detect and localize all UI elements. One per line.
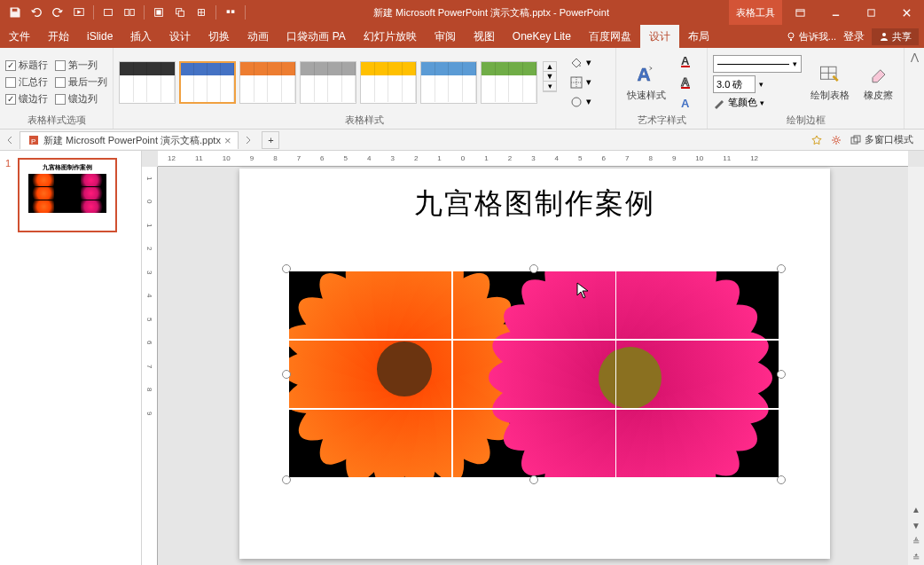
tab-table-design[interactable]: 设计 xyxy=(640,25,679,48)
resize-handle[interactable] xyxy=(529,475,538,484)
pen-icon xyxy=(713,97,725,109)
tab-home[interactable]: 开始 xyxy=(39,25,78,48)
ribbon-display-icon[interactable] xyxy=(782,0,818,25)
pen-color-dropdown[interactable]: 笔颜色▾ xyxy=(713,96,802,109)
pen-weight-input[interactable] xyxy=(713,75,756,93)
chk-first-col[interactable]: 第一列 xyxy=(55,59,98,72)
save-icon[interactable] xyxy=(5,3,25,22)
lightbulb-icon xyxy=(786,31,796,42)
tab-transitions[interactable]: 切换 xyxy=(200,25,239,48)
resize-handle[interactable] xyxy=(777,475,786,484)
gallery-more-icon[interactable]: ▾ xyxy=(544,82,556,91)
qat-btn-4[interactable] xyxy=(170,3,190,22)
svg-point-25 xyxy=(834,138,838,142)
text-effects-button[interactable]: A xyxy=(675,95,701,113)
gallery-up-icon[interactable]: ▲ xyxy=(544,62,556,72)
resize-handle[interactable] xyxy=(282,475,291,484)
table-style-thumb[interactable] xyxy=(300,61,356,104)
nav-left-icon[interactable] xyxy=(4,134,16,146)
close-icon[interactable] xyxy=(889,0,924,25)
tab-slideshow[interactable]: 幻灯片放映 xyxy=(355,25,426,48)
slide-number: 1 xyxy=(5,158,11,169)
tell-me[interactable]: 告诉我... xyxy=(786,30,836,43)
gear-icon[interactable] xyxy=(830,134,842,146)
table-style-thumb[interactable] xyxy=(420,61,477,104)
table-object[interactable] xyxy=(289,271,779,477)
star-icon[interactable] xyxy=(810,134,823,146)
table-style-thumb[interactable] xyxy=(239,61,296,104)
chk-banded-row[interactable]: 镶边行 xyxy=(5,92,48,106)
qat-btn-6[interactable] xyxy=(221,3,240,22)
shading-button[interactable]: ▾ xyxy=(566,54,595,72)
qat-btn-5[interactable] xyxy=(192,3,211,22)
play-icon[interactable] xyxy=(69,3,89,22)
qat-btn-3[interactable] xyxy=(149,3,168,22)
group-table-styles: ▲ ▼ ▾ ▾ ▾ ▾ 表格样式 xyxy=(114,48,616,129)
table-style-thumb[interactable] xyxy=(481,61,537,104)
tab-islide[interactable]: iSlide xyxy=(78,25,121,48)
scroll-up-icon[interactable]: ▲ xyxy=(908,501,924,517)
ppt-file-icon: P xyxy=(27,134,40,146)
new-tab-button[interactable]: + xyxy=(262,131,279,149)
effects-button[interactable]: ▾ xyxy=(566,93,595,111)
close-tab-icon[interactable]: × xyxy=(224,134,231,147)
qat-btn-1[interactable] xyxy=(98,3,118,22)
chk-total-row[interactable]: 汇总行 xyxy=(5,75,48,89)
next-slide-icon[interactable]: ≛ xyxy=(908,549,924,565)
undo-icon[interactable] xyxy=(27,3,46,22)
svg-rect-11 xyxy=(867,9,873,15)
tab-review[interactable]: 审阅 xyxy=(426,25,465,48)
scroll-down-icon[interactable]: ▼ xyxy=(908,517,924,533)
slide-canvas[interactable]: 1211109876543210123456789101112 10123456… xyxy=(142,151,924,565)
contextual-tab-label: 表格工具 xyxy=(729,0,782,25)
svg-text:A: A xyxy=(638,64,651,84)
resize-handle[interactable] xyxy=(282,264,291,273)
pen-style-dropdown[interactable]: ▾ xyxy=(713,55,802,73)
share-button[interactable]: 共享 xyxy=(872,28,919,45)
tab-table-layout[interactable]: 布局 xyxy=(679,25,718,48)
resize-handle[interactable] xyxy=(777,264,786,273)
quick-styles-button[interactable]: A 快速样式 xyxy=(622,60,671,104)
login-button[interactable]: 登录 xyxy=(843,29,865,44)
slide[interactable]: 九宫格图制作案例 xyxy=(239,169,830,559)
table-style-thumb[interactable] xyxy=(179,61,236,104)
gallery-down-icon[interactable]: ▼ xyxy=(544,72,556,82)
tab-animations[interactable]: 动画 xyxy=(239,25,278,48)
table-style-thumb[interactable] xyxy=(119,61,176,104)
resize-handle[interactable] xyxy=(777,370,786,379)
prev-slide-icon[interactable]: ≜ xyxy=(908,533,924,549)
tab-file[interactable]: 文件 xyxy=(0,25,39,48)
eraser-button[interactable]: 橡皮擦 xyxy=(858,60,898,104)
slide-title-text[interactable]: 九宫格图制作案例 xyxy=(239,169,830,224)
slide-thumbnail[interactable]: 九宫格图制作案例 xyxy=(18,158,117,232)
group-label: 表格样式选项 xyxy=(5,113,107,127)
tab-baidu[interactable]: 百度网盘 xyxy=(580,25,640,48)
tab-pocket[interactable]: 口袋动画 PA xyxy=(278,25,354,48)
tab-design[interactable]: 设计 xyxy=(161,25,200,48)
multi-window-button[interactable]: 多窗口模式 xyxy=(850,133,913,146)
qat-btn-2[interactable] xyxy=(120,3,139,22)
group-wordart: A 快速样式 A A A 艺术字样式 xyxy=(616,48,708,129)
text-fill-button[interactable]: A xyxy=(675,52,701,70)
text-outline-button[interactable]: A xyxy=(675,74,701,91)
pen-weight-dropdown[interactable]: ▾ xyxy=(713,75,802,93)
minimize-icon[interactable] xyxy=(818,0,853,25)
maximize-icon[interactable] xyxy=(853,0,889,25)
nav-right-icon[interactable] xyxy=(242,134,254,146)
collapse-ribbon-icon[interactable]: ⋀ xyxy=(911,51,919,63)
resize-handle[interactable] xyxy=(529,264,538,273)
chk-last-col[interactable]: 最后一列 xyxy=(55,75,107,89)
draw-table-button[interactable]: 绘制表格 xyxy=(805,60,855,104)
tab-view[interactable]: 视图 xyxy=(465,25,504,48)
redo-icon[interactable] xyxy=(48,3,67,22)
group-draw-borders: ▾ ▾ 笔颜色▾ 绘制表格 橡皮擦 绘制边框 xyxy=(708,48,904,129)
document-tab[interactable]: P 新建 Microsoft PowerPoint 演示文稿.pptx × xyxy=(20,131,239,149)
table-style-thumb[interactable] xyxy=(360,61,417,104)
svg-rect-20 xyxy=(681,87,690,89)
tab-insert[interactable]: 插入 xyxy=(121,25,161,48)
resize-handle[interactable] xyxy=(282,370,291,379)
chk-header-row[interactable]: 标题行 xyxy=(5,59,48,72)
chk-banded-col[interactable]: 镶边列 xyxy=(55,92,98,106)
tab-onekey[interactable]: OneKey Lite xyxy=(504,25,580,48)
borders-button[interactable]: ▾ xyxy=(566,74,595,91)
